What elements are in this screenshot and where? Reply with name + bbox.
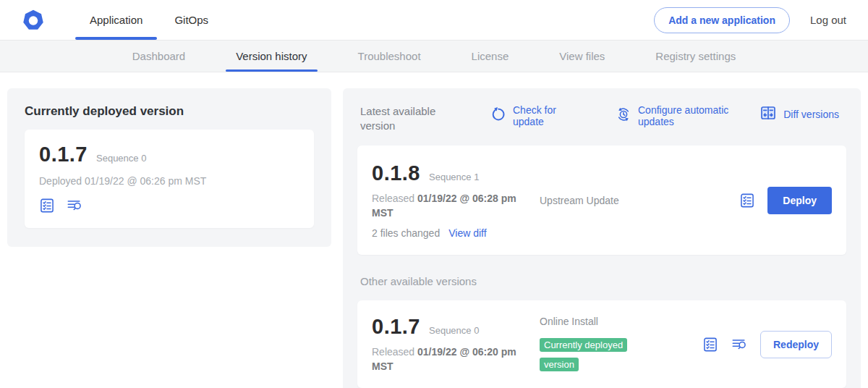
schedule-update-icon	[616, 106, 631, 125]
tab-gitops-label: GitOps	[174, 14, 208, 26]
tab-gitops[interactable]: GitOps	[158, 0, 224, 40]
other-version-source: Online Install Currently deployed versio…	[525, 315, 702, 374]
currently-deployed-badge: Currently deployed version	[540, 338, 627, 371]
subnav-dashboard-label: Dashboard	[132, 50, 185, 62]
latest-version-info: 0.1.8 Sequence 1 Released 01/19/22 @ 06:…	[372, 161, 525, 239]
subnav-item-troubleshoot[interactable]: Troubleshoot	[348, 41, 431, 72]
other-sequence-label: Sequence 0	[429, 325, 479, 336]
check-for-update-button[interactable]: Check for update	[490, 104, 569, 127]
subnav-view-files-label: View files	[559, 50, 605, 62]
currently-deployed-panel: Currently deployed version 0.1.7 Sequenc…	[7, 88, 331, 247]
subnav-version-history-label: Version history	[236, 50, 307, 62]
add-application-button[interactable]: Add a new application	[654, 7, 790, 33]
deployed-timestamp: Deployed 01/19/22 @ 06:26 pm MST	[39, 175, 299, 187]
configure-automatic-updates-button[interactable]: Configure automatic updates	[616, 104, 754, 127]
diff-versions-label: Diff versions	[783, 109, 839, 120]
subnav-troubleshoot-label: Troubleshoot	[358, 50, 421, 62]
tab-application[interactable]: Application	[74, 0, 158, 40]
current-sequence-label: Sequence 0	[96, 153, 146, 164]
subnav-item-registry-settings[interactable]: Registry settings	[645, 41, 746, 72]
latest-available-header: Latest available version Check for updat…	[357, 103, 846, 132]
version-row: 0.1.7 Sequence 0	[372, 315, 525, 339]
latest-version-actions: Deploy	[739, 187, 832, 214]
latest-version-source: Upstream Update	[525, 194, 739, 207]
latest-released-timestamp: Released 01/19/22 @ 06:28 pm MST	[372, 192, 520, 220]
deploy-logs-icon[interactable]	[66, 198, 83, 214]
subnav-item-view-files[interactable]: View files	[549, 41, 615, 72]
other-version-info: 0.1.7 Sequence 0 Released 01/19/22 @ 06:…	[372, 315, 525, 374]
configure-automatic-updates-label: Configure automatic updates	[638, 104, 754, 127]
diff-versions-button[interactable]: Diff versions	[760, 104, 839, 125]
source-label: Upstream Update	[540, 195, 619, 206]
main-content: Currently deployed version 0.1.7 Sequenc…	[0, 72, 868, 388]
version-history-panel: Latest available version Check for updat…	[343, 88, 861, 388]
preflight-checks-icon[interactable]	[739, 193, 755, 208]
deploy-button[interactable]: Deploy	[767, 187, 832, 214]
latest-sequence-label: Sequence 1	[429, 172, 479, 182]
current-version-number: 0.1.7	[39, 143, 88, 166]
other-versions-title: Other available versions	[360, 275, 843, 287]
preflight-checks-icon[interactable]	[39, 198, 55, 214]
header-tabs: Application GitOps	[74, 0, 224, 40]
preflight-checks-icon[interactable]	[702, 337, 718, 353]
latest-version-card: 0.1.8 Sequence 1 Released 01/19/22 @ 06:…	[357, 146, 846, 255]
redeploy-button[interactable]: Redeploy	[760, 331, 832, 358]
files-changed-label: 2 files changed	[372, 227, 440, 239]
subnav-license-label: License	[472, 50, 509, 62]
refresh-icon	[490, 106, 506, 125]
other-released-timestamp: Released 01/19/22 @ 06:20 pm MST	[372, 345, 520, 374]
released-word: Released	[372, 193, 417, 204]
logout-button[interactable]: Log out	[810, 14, 846, 26]
currently-deployed-card: 0.1.7 Sequence 0 Deployed 01/19/22 @ 06:…	[25, 130, 314, 228]
subnav-item-license[interactable]: License	[461, 41, 519, 72]
files-changed-row: 2 files changed View diff	[372, 227, 525, 239]
tab-application-label: Application	[90, 14, 142, 26]
subnav-item-version-history[interactable]: Version history	[226, 41, 317, 72]
diff-icon	[760, 104, 777, 125]
deploy-logs-icon[interactable]	[731, 337, 748, 353]
check-for-update-label: Check for update	[513, 104, 569, 127]
view-diff-link[interactable]: View diff	[448, 227, 486, 239]
currently-deployed-title: Currently deployed version	[25, 104, 314, 119]
other-version-card: 0.1.7 Sequence 0 Released 01/19/22 @ 06:…	[357, 300, 846, 388]
version-row: 0.1.8 Sequence 1	[372, 161, 525, 185]
app-subnav: Dashboard Version history Troubleshoot L…	[0, 41, 868, 72]
source-label: Online Install	[540, 316, 598, 327]
released-word: Released	[372, 346, 417, 358]
latest-version-number: 0.1.8	[372, 161, 420, 185]
subnav-item-dashboard[interactable]: Dashboard	[122, 41, 195, 72]
subnav-registry-settings-label: Registry settings	[655, 50, 736, 62]
other-version-number: 0.1.7	[372, 315, 420, 339]
version-row: 0.1.7 Sequence 0	[39, 143, 299, 166]
current-version-actions	[39, 198, 299, 214]
top-header: Application GitOps Add a new application…	[0, 0, 868, 41]
other-version-actions: Redeploy	[702, 331, 832, 358]
replicated-logo-icon	[20, 7, 46, 33]
currently-deployed-badge-wrap: Currently deployed version	[540, 335, 650, 374]
header-right: Add a new application Log out	[654, 7, 846, 33]
latest-available-title: Latest available version	[360, 104, 467, 132]
